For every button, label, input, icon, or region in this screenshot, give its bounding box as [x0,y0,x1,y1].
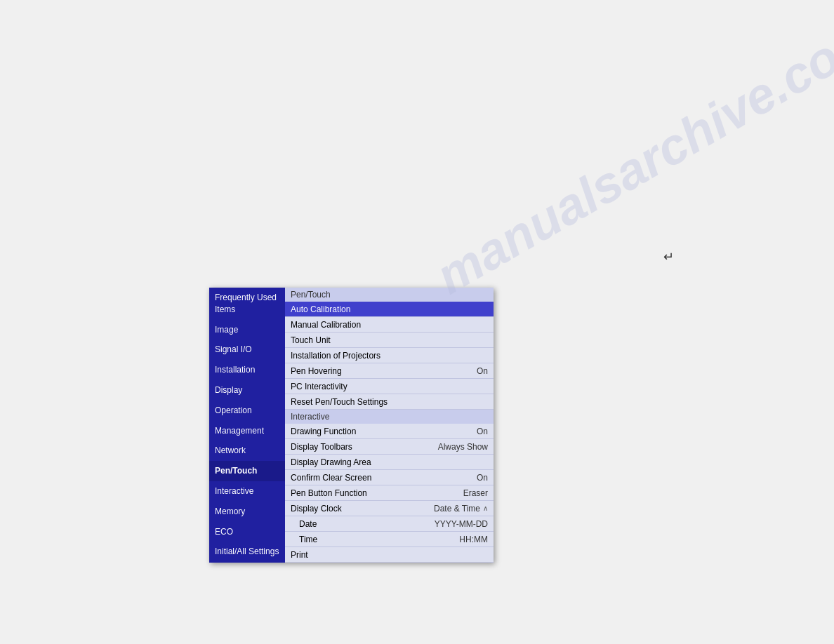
watermark-text: manualsarchive.com [426,5,834,304]
sidebar-item-initial-all-settings[interactable]: Initial/All Settings [209,542,285,562]
sidebar-item-signal-io[interactable]: Signal I/O [209,340,285,360]
menu-row-value-date: YYYY-MM-DD [435,519,488,529]
menu-row-label-pc-interactivity: PC Interactivity [291,382,488,391]
section-header-interactive-section: Interactive [285,410,494,424]
menu-row-print[interactable]: Print [285,547,494,563]
menu-row-label-pen-hovering: Pen Hovering [291,366,471,376]
menu-row-time[interactable]: TimeHH:MM [285,532,494,547]
menu-row-pen-hovering[interactable]: Pen HoveringOn [285,363,494,379]
sidebar-item-pen-touch[interactable]: Pen/Touch [209,461,285,481]
sidebar-item-management[interactable]: Management [209,421,285,441]
menu-row-label-time: Time [299,535,454,544]
sidebar-item-network[interactable]: Network [209,441,285,461]
menu-row-label-auto-calibration: Auto Calibration [291,304,488,314]
content-panel: Pen/TouchAuto CalibrationManual Calibrat… [285,288,494,563]
menu-row-value-display-toolbars: Always Show [438,442,488,452]
sidebar-item-frequently-used-items[interactable]: Frequently Used Items [209,288,285,320]
sidebar-item-installation[interactable]: Installation [209,360,285,380]
menu-row-auto-calibration[interactable]: Auto Calibration [285,302,494,317]
menu-row-label-date: Date [299,519,429,529]
menu-row-label-manual-calibration: Manual Calibration [291,320,488,330]
menu-row-label-pen-button-function: Pen Button Function [291,488,458,498]
menu-row-value-pen-button-function: Eraser [463,488,488,498]
menu-row-label-drawing-function: Drawing Function [291,427,471,436]
menu-row-display-drawing-area[interactable]: Display Drawing Area [285,455,494,470]
cursor-icon-1: ↵ [663,249,674,264]
menu-row-label-installation-of-projectors: Installation of Projectors [291,351,488,361]
sidebar-item-image[interactable]: Image [209,320,285,340]
menu-row-display-toolbars[interactable]: Display ToolbarsAlways Show [285,439,494,455]
menu-row-label-display-toolbars: Display Toolbars [291,442,432,452]
menu-row-value-drawing-function: On [477,427,488,436]
menu-row-installation-of-projectors[interactable]: Installation of Projectors [285,348,494,363]
menu-row-label-touch-unit: Touch Unit [291,335,488,345]
sidebar-item-operation[interactable]: Operation [209,401,285,421]
sidebar-nav: Frequently Used ItemsImageSignal I/OInst… [209,288,285,563]
menu-row-value-confirm-clear-screen: On [477,473,488,483]
menu-row-drawing-function[interactable]: Drawing FunctionOn [285,424,494,439]
menu-row-manual-calibration[interactable]: Manual Calibration [285,317,494,333]
menu-row-pen-button-function[interactable]: Pen Button FunctionEraser [285,485,494,501]
menu-row-label-display-clock: Display Clock [291,504,428,514]
sidebar-item-memory[interactable]: Memory [209,502,285,522]
menu-row-label-reset-pen-touch-settings: Reset Pen/Touch Settings [291,397,488,407]
menu-row-label-display-drawing-area: Display Drawing Area [291,457,488,467]
sidebar-item-interactive[interactable]: Interactive [209,481,285,502]
menu-row-value-time: HH:MM [459,535,488,544]
sidebar-item-display[interactable]: Display [209,380,285,401]
section-header-pen-touch-section: Pen/Touch [285,288,494,302]
menu-row-touch-unit[interactable]: Touch Unit [285,333,494,348]
sidebar-item-eco[interactable]: ECO [209,522,285,542]
menu-row-value-display-clock: Date & Time [434,504,480,514]
menu-row-label-print: Print [291,550,488,560]
settings-menu: Frequently Used ItemsImageSignal I/OInst… [209,288,494,563]
menu-row-date[interactable]: DateYYYY-MM-DD [285,516,494,532]
menu-row-value-pen-hovering: On [477,366,488,376]
menu-row-reset-pen-touch-settings[interactable]: Reset Pen/Touch Settings [285,394,494,410]
menu-row-display-clock[interactable]: Display ClockDate & Time∧ [285,501,494,516]
expand-icon-display-clock: ∧ [483,504,488,512]
menu-row-confirm-clear-screen[interactable]: Confirm Clear ScreenOn [285,470,494,485]
menu-row-label-confirm-clear-screen: Confirm Clear Screen [291,473,471,483]
menu-row-pc-interactivity[interactable]: PC Interactivity [285,379,494,394]
